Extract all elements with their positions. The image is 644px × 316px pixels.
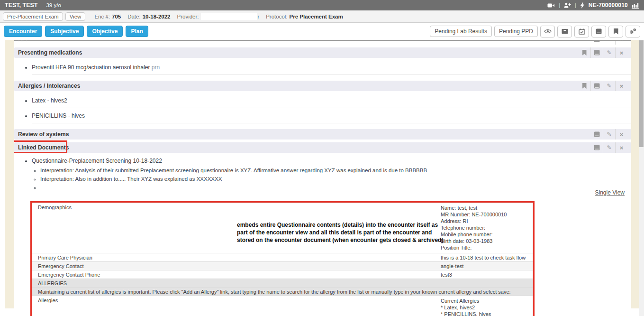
- book-icon[interactable]: [590, 47, 603, 58]
- eye-icon[interactable]: [540, 26, 555, 37]
- exam-type-button[interactable]: Pre-Placement Exam: [3, 12, 63, 21]
- pencil-icon[interactable]: ✎: [603, 41, 615, 45]
- medication-item: Proventil HFA 90 mcg/actuation aerosol i…: [32, 60, 631, 75]
- date-value: 10-18-2022: [143, 14, 171, 19]
- section-presenting-medications: Presenting medications ✎ ×: [14, 47, 631, 58]
- pencil-icon[interactable]: ✎: [603, 142, 615, 153]
- patient-title-bar: TEST, TEST 39 y/o | | NE-700000010: [0, 0, 644, 10]
- section-linked-documents: Linked Documents ✎ ×: [14, 142, 631, 153]
- section-review-of-systems: Review of systems ✎ ×: [14, 129, 631, 139]
- demographics-mobile: Mobile phone number:: [441, 231, 531, 238]
- demographics-position-title: Position Title:: [441, 244, 531, 251]
- demographics-name: Name: test, test: [441, 204, 531, 211]
- section-header-text: ALLERGIES: [32, 279, 533, 287]
- subjective-tab-button[interactable]: Subjective: [45, 26, 84, 37]
- row-label: Primary Care Physician: [32, 253, 441, 261]
- scrollbar-thumb[interactable]: [639, 40, 644, 147]
- bookmark-icon[interactable]: [578, 81, 590, 91]
- bar-chart-icon[interactable]: [632, 2, 639, 9]
- interpretation-item: Interpretation: Also in addition to.....…: [40, 175, 631, 183]
- annotation-note: embeds entire Questionnaire contents (de…: [237, 222, 450, 244]
- provider-residual: r: [258, 14, 260, 19]
- section-title: Linked Documents: [18, 144, 69, 151]
- add-user-icon[interactable]: [564, 2, 571, 8]
- patient-age: 39 y/o: [46, 2, 61, 8]
- bookmark-icon[interactable]: [608, 26, 623, 37]
- section-hpi-clipped: HPI ✎ ×: [14, 41, 631, 45]
- demographics-birth-date: Birth date: 03-03-1983: [441, 238, 531, 244]
- linked-document-item: Questionnaire-Preplacement Screening 10-…: [32, 155, 631, 193]
- patient-name: TEST, TEST: [5, 2, 37, 9]
- book-icon[interactable]: [590, 41, 603, 45]
- vertical-scrollbar[interactable]: [639, 40, 644, 316]
- pending-ppd-button[interactable]: Pending PPD: [494, 26, 538, 37]
- row-value: angie-test: [441, 262, 533, 270]
- instruction-text: Maintaining a current list of allergies …: [32, 288, 533, 296]
- interpretation-item: Interpretation: Analysis of their submit…: [40, 166, 631, 175]
- close-icon[interactable]: ×: [615, 81, 627, 91]
- close-icon[interactable]: ×: [615, 47, 627, 58]
- table-row-emergency-contact-phone: Emergency Contact Phone test3: [32, 270, 533, 279]
- allergy-entry: * Latex, hives2: [441, 304, 531, 311]
- close-icon[interactable]: ×: [615, 142, 627, 153]
- row-label: Emergency Contact Phone: [32, 270, 441, 279]
- archive-box-icon[interactable]: [557, 26, 572, 37]
- row-label: Allergies: [32, 296, 441, 316]
- row-label: Demographics: [38, 204, 435, 210]
- book-icon[interactable]: [590, 142, 603, 153]
- bookmark-icon[interactable]: [578, 47, 590, 58]
- provider-value-redacted: [201, 13, 257, 20]
- medication-text: Proventil HFA 90 mcg/actuation aerosol i…: [32, 64, 150, 71]
- pending-lab-results-button[interactable]: Pending Lab Results: [430, 26, 492, 37]
- section-title: Presenting medications: [18, 49, 82, 56]
- encounter-content: HPI ✎ × Presenting medications ✎ × Prove…: [14, 40, 631, 316]
- provider-label: Provider:: [177, 14, 199, 19]
- view-button[interactable]: View: [65, 12, 86, 21]
- table-section-allergies: ALLERGIES: [32, 279, 533, 288]
- allergy-entry: * PENICILLINS, hives: [441, 311, 531, 316]
- video-camera-icon[interactable]: [547, 3, 555, 8]
- demographics-mr-number: MR Number: NE-700000010: [441, 211, 531, 218]
- plan-tab-button[interactable]: Plan: [126, 26, 148, 37]
- calendar-check-icon[interactable]: [574, 26, 589, 37]
- section-title: Allergies / Intolerances: [18, 83, 80, 89]
- pencil-icon[interactable]: ✎: [603, 81, 615, 91]
- demographics-telephone: Telephone number:: [441, 224, 531, 231]
- medication-frequency: prn: [152, 64, 160, 71]
- close-icon[interactable]: ×: [615, 41, 627, 45]
- divider: |: [575, 2, 576, 8]
- protocol-value: Pre Placement Exam: [290, 14, 343, 19]
- lightning-icon[interactable]: [580, 2, 585, 9]
- document-title[interactable]: Questionnaire-Preplacement Screening 10-…: [32, 158, 162, 164]
- row-label: Emergency Contact: [32, 262, 441, 270]
- encounter-toolbar: Encounter Subjective Objective Plan Pend…: [0, 23, 644, 40]
- date-label: Date:: [127, 14, 141, 19]
- pencil-icon[interactable]: ✎: [603, 47, 615, 58]
- book-icon[interactable]: [591, 26, 606, 37]
- objective-tab-button[interactable]: Objective: [87, 26, 123, 37]
- medication-list: Proventil HFA 90 mcg/actuation aerosol i…: [14, 60, 631, 75]
- current-allergies-title: Current Allergies: [441, 297, 531, 304]
- questionnaire-table: Demographics embeds entire Questionnaire…: [32, 203, 533, 316]
- table-row-pcp: Primary Care Physician this is a 10-18 t…: [32, 253, 533, 262]
- left-margin-strip: [5, 40, 14, 308]
- table-row-demographics: Demographics embeds entire Questionnaire…: [32, 203, 533, 253]
- table-row-emergency-contact: Emergency Contact angie-test: [32, 262, 533, 270]
- allergy-list: Latex - hives2 PENICILLINS - hives: [14, 93, 631, 123]
- questionnaire-red-annotation-box: Demographics embeds entire Questionnaire…: [30, 201, 535, 316]
- pencil-icon[interactable]: ✎: [603, 129, 615, 139]
- close-icon[interactable]: ×: [615, 129, 627, 139]
- book-icon[interactable]: [590, 129, 603, 139]
- table-row-allergies: Allergies Current Allergies * Latex, hiv…: [32, 296, 533, 316]
- enc-number-label: Enc #:: [94, 14, 110, 19]
- allergy-item: PENICILLINS - hives: [32, 108, 631, 123]
- book-icon[interactable]: [590, 81, 603, 91]
- single-view-link[interactable]: Single View: [595, 189, 625, 196]
- right-margin-strip: [631, 40, 639, 308]
- gears-icon[interactable]: [626, 26, 640, 37]
- encounter-info-bar: Pre-Placement Exam View Enc #: 705 Date:…: [0, 10, 644, 23]
- mr-number: NE-700000010: [589, 2, 628, 9]
- enc-number-value: 705: [112, 14, 121, 19]
- encounter-tab-button[interactable]: Encounter: [4, 26, 42, 37]
- section-allergies: Allergies / Intolerances ✎ ×: [14, 81, 631, 91]
